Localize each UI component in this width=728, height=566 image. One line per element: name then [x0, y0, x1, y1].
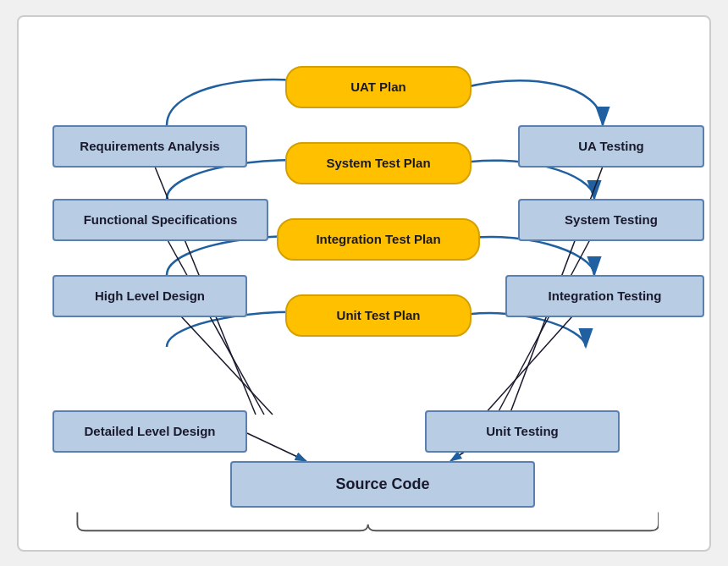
system-test-plan-label: System Test Plan [326, 156, 430, 170]
integration-testing-label: Integration Testing [549, 288, 662, 303]
system-test-plan-box: System Test Plan [285, 142, 472, 184]
unit-testing-box: Unit Testing [425, 410, 620, 453]
ua-testing-box: UA Testing [518, 125, 704, 168]
requirements-analysis-box: Requirements Analysis [52, 125, 247, 168]
source-code-box: Source Code [230, 461, 535, 508]
diagram-container: UAT Plan Requirements Analysis UA Testin… [17, 15, 711, 552]
svg-line-5 [247, 433, 306, 461]
source-code-label: Source Code [335, 475, 429, 493]
uat-plan-box: UAT Plan [285, 66, 472, 108]
system-testing-box: System Testing [518, 199, 704, 241]
brace-svg [69, 508, 659, 533]
integration-test-plan-label: Integration Test Plan [316, 232, 440, 246]
ua-testing-label: UA Testing [578, 139, 644, 153]
system-testing-label: System Testing [565, 212, 658, 227]
bottom-brace [69, 508, 659, 533]
functional-specs-label: Functional Specifications [84, 212, 238, 227]
high-level-design-label: High Level Design [95, 288, 205, 303]
integration-testing-box: Integration Testing [505, 275, 704, 317]
diagram-inner: UAT Plan Requirements Analysis UA Testin… [36, 34, 692, 533]
uat-plan-label: UAT Plan [350, 80, 406, 94]
unit-test-plan-box: Unit Test Plan [285, 294, 472, 337]
unit-testing-label: Unit Testing [486, 424, 559, 438]
unit-test-plan-label: Unit Test Plan [337, 308, 421, 322]
requirements-analysis-label: Requirements Analysis [80, 139, 219, 153]
functional-specs-box: Functional Specifications [52, 199, 268, 241]
detailed-level-design-label: Detailed Level Design [84, 424, 215, 438]
integration-test-plan-box: Integration Test Plan [277, 218, 480, 261]
detailed-level-design-box: Detailed Level Design [52, 410, 247, 453]
high-level-design-box: High Level Design [52, 275, 247, 317]
